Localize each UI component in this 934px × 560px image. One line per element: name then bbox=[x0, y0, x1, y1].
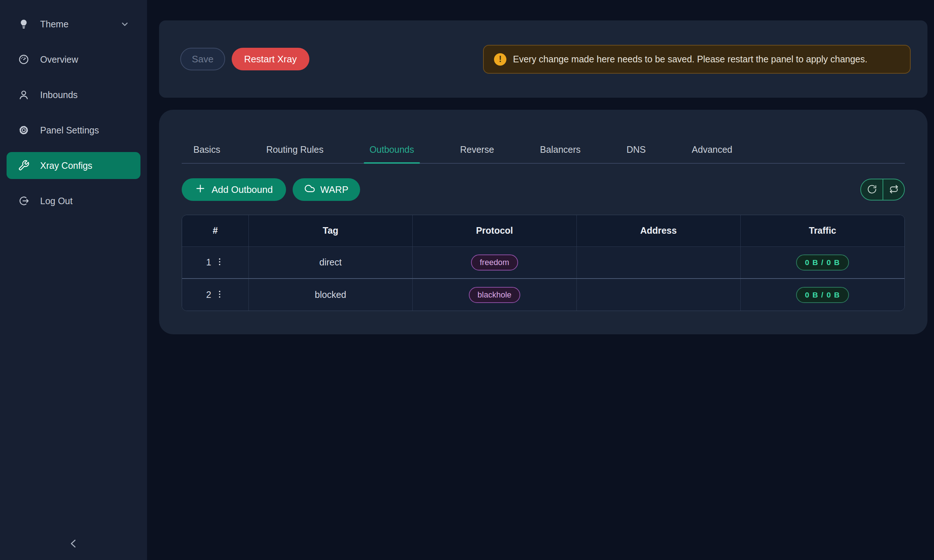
row-menu-button[interactable] bbox=[215, 257, 224, 268]
logout-icon bbox=[17, 195, 30, 207]
sidebar-item-xray-configs[interactable]: Xray Configs bbox=[6, 152, 140, 179]
sidebar-item-inbounds[interactable]: Inbounds bbox=[6, 84, 140, 106]
save-button[interactable]: Save bbox=[180, 48, 225, 70]
warning-icon: ! bbox=[494, 53, 506, 66]
outbounds-actions-row: Add Outbound WARP bbox=[182, 178, 905, 201]
kebab-icon bbox=[215, 257, 224, 268]
address-cell bbox=[576, 246, 740, 278]
protocol-badge: freedom bbox=[471, 254, 518, 271]
xray-config-card: Basics Routing Rules Outbounds Reverse B… bbox=[159, 110, 928, 334]
chevron-down-icon bbox=[120, 19, 129, 29]
sidebar-collapse-button[interactable] bbox=[63, 534, 84, 554]
sidebar-item-label: Inbounds bbox=[40, 90, 78, 100]
tag-cell: blocked bbox=[248, 278, 412, 311]
column-header-address: Address bbox=[576, 215, 740, 246]
add-outbound-button[interactable]: Add Outbound bbox=[182, 178, 286, 201]
traffic-badge: 0 B / 0 B bbox=[796, 287, 849, 303]
refresh-button[interactable] bbox=[861, 179, 883, 200]
tab-basics[interactable]: Basics bbox=[193, 145, 220, 155]
row-index-cell: 1 bbox=[182, 246, 248, 278]
kebab-icon bbox=[215, 289, 224, 300]
tag-cell: direct bbox=[248, 246, 412, 278]
tab-balancers[interactable]: Balancers bbox=[540, 145, 581, 155]
column-header-tag: Tag bbox=[248, 215, 412, 246]
sidebar-item-label: Theme bbox=[40, 19, 69, 29]
row-index: 2 bbox=[206, 289, 211, 300]
tab-routing-rules[interactable]: Routing Rules bbox=[266, 145, 324, 155]
traffic-cell: 0 B / 0 B bbox=[741, 246, 905, 278]
column-header-traffic: Traffic bbox=[741, 215, 905, 246]
restart-xray-button[interactable]: Restart Xray bbox=[232, 48, 310, 70]
table-refresh-group bbox=[860, 178, 905, 200]
toolbar-card: Save Restart Xray ! Every change made he… bbox=[159, 20, 928, 98]
main-content: Save Restart Xray ! Every change made he… bbox=[147, 0, 934, 560]
address-cell bbox=[576, 278, 740, 311]
sidebar-item-label: Xray Configs bbox=[40, 160, 92, 171]
chevron-left-icon bbox=[68, 537, 80, 551]
sidebar-item-log-out[interactable]: Log Out bbox=[6, 190, 140, 212]
refresh-icon bbox=[867, 184, 877, 195]
row-index: 1 bbox=[206, 257, 211, 268]
sidebar: Theme Overview bbox=[0, 0, 147, 560]
table-row: 2 blocked blackhole bbox=[182, 278, 905, 311]
config-tabs: Basics Routing Rules Outbounds Reverse B… bbox=[182, 110, 905, 164]
table-row: 1 direct freedom bbox=[182, 246, 905, 278]
column-header-index: # bbox=[182, 215, 248, 246]
protocol-cell: blackhole bbox=[413, 278, 576, 311]
protocol-cell: freedom bbox=[413, 246, 576, 278]
xray-panel-page: Theme Overview bbox=[0, 0, 934, 560]
repeat-icon bbox=[889, 184, 899, 195]
sidebar-item-label: Log Out bbox=[40, 196, 72, 206]
sidebar-item-panel-settings[interactable]: Panel Settings bbox=[6, 119, 140, 141]
plus-icon bbox=[195, 183, 206, 197]
tab-outbounds[interactable]: Outbounds bbox=[370, 145, 414, 155]
sidebar-item-overview[interactable]: Overview bbox=[6, 48, 140, 70]
sidebar-item-label: Panel Settings bbox=[40, 125, 99, 135]
cloud-icon bbox=[304, 183, 315, 197]
tab-reverse[interactable]: Reverse bbox=[460, 145, 494, 155]
user-icon bbox=[17, 89, 30, 101]
traffic-cell: 0 B / 0 B bbox=[741, 278, 905, 311]
warp-button[interactable]: WARP bbox=[293, 178, 360, 201]
tab-advanced[interactable]: Advanced bbox=[692, 145, 732, 155]
gauge-icon bbox=[17, 53, 30, 66]
sidebar-item-label: Overview bbox=[40, 54, 78, 65]
column-header-protocol: Protocol bbox=[413, 215, 576, 246]
add-outbound-label: Add Outbound bbox=[212, 184, 273, 195]
traffic-badge: 0 B / 0 B bbox=[796, 254, 849, 271]
restart-warning-alert: ! Every change made here needs to be sav… bbox=[483, 45, 911, 74]
gear-icon bbox=[17, 124, 30, 136]
lightbulb-icon bbox=[17, 18, 30, 30]
row-index-cell: 2 bbox=[182, 278, 248, 311]
wrench-icon bbox=[17, 159, 30, 172]
tab-dns[interactable]: DNS bbox=[626, 145, 646, 155]
auto-refresh-toggle-button[interactable] bbox=[883, 179, 904, 200]
alert-text: Every change made here needs to be saved… bbox=[513, 51, 867, 67]
table-header-row: # Tag Protocol Address Traffic bbox=[182, 215, 905, 246]
outbounds-table: # Tag Protocol Address Traffic 1 bbox=[182, 215, 905, 311]
sidebar-item-theme[interactable]: Theme bbox=[6, 13, 140, 35]
row-menu-button[interactable] bbox=[215, 289, 224, 300]
protocol-badge: blackhole bbox=[469, 287, 520, 303]
warp-label: WARP bbox=[321, 184, 348, 195]
